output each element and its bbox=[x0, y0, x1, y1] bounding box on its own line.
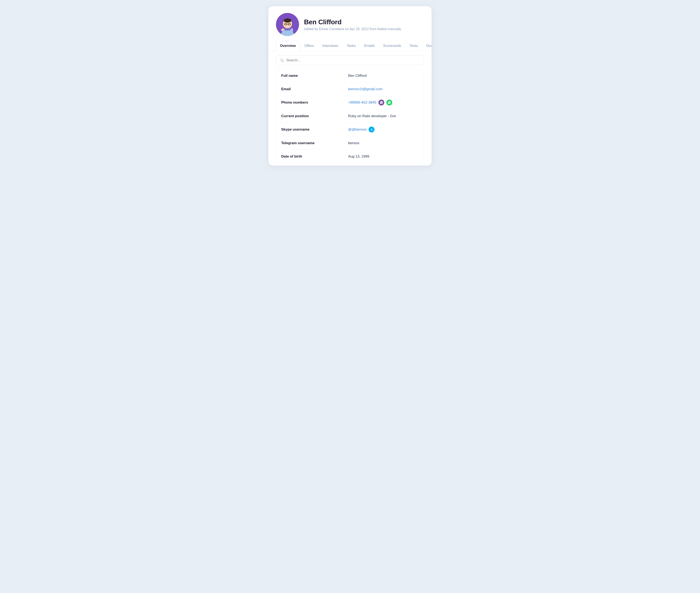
avatar bbox=[276, 13, 299, 36]
field-label-telegram: Telegram username bbox=[276, 137, 343, 149]
field-value-telegram: bensss bbox=[343, 137, 424, 149]
candidate-card: Ben Clifford Added by Eloise Constaine o… bbox=[268, 6, 432, 165]
tab-emails[interactable]: Emails bbox=[360, 41, 379, 50]
field-label-position: Current position bbox=[276, 110, 343, 122]
search-input[interactable] bbox=[286, 58, 420, 62]
svg-point-3 bbox=[284, 18, 291, 23]
field-value-fullname: Ben Clifford bbox=[343, 70, 424, 82]
data-table: Full name Ben Clifford Email bennov1t@gm… bbox=[276, 69, 424, 163]
tab-interviews[interactable]: Interviews bbox=[319, 41, 342, 50]
profile-header: Ben Clifford Added by Eloise Constaine o… bbox=[268, 6, 432, 41]
table-row: Current position Ruby on Rails developer… bbox=[276, 110, 424, 123]
search-box bbox=[276, 55, 424, 65]
tabs-bar: Overview Offers Interviews Tasks Emails … bbox=[268, 41, 432, 51]
skype-icon[interactable]: S bbox=[368, 127, 375, 132]
tab-documents[interactable]: Docume... bbox=[422, 41, 432, 50]
table-row: Phone numbers +99066-452-3845 bbox=[276, 96, 424, 110]
phone-number: +99066-452-3845 bbox=[348, 101, 376, 105]
field-label-skype: Skype username bbox=[276, 124, 343, 135]
profile-info: Ben Clifford Added by Eloise Constaine o… bbox=[304, 18, 401, 31]
tab-scorecards[interactable]: Scorecards bbox=[380, 41, 405, 50]
field-value-email[interactable]: bennov1t@gmail.com bbox=[343, 83, 424, 95]
field-value-skype: @@bensss S bbox=[343, 123, 424, 136]
svg-line-11 bbox=[283, 61, 284, 62]
field-value-position: Ruby on Rails developer - Got bbox=[343, 110, 424, 122]
table-row: Telegram username bensss bbox=[276, 136, 424, 150]
tab-offers[interactable]: Offers bbox=[301, 41, 318, 50]
field-label-phone: Phone numbers bbox=[276, 97, 343, 108]
profile-subtitle: Added by Eloise Constaine on Apr 28, 202… bbox=[304, 27, 401, 31]
field-label-fullname: Full name bbox=[276, 70, 343, 82]
table-row: Email bennov1t@gmail.com bbox=[276, 82, 424, 96]
field-value-dob: Aug 13, 1999 bbox=[343, 151, 424, 162]
field-label-dob: Date of birth bbox=[276, 151, 343, 162]
skype-username[interactable]: @@bensss bbox=[348, 127, 366, 132]
table-row: Full name Ben Clifford bbox=[276, 69, 424, 82]
field-label-email: Email bbox=[276, 83, 343, 95]
tab-tests[interactable]: Tests bbox=[406, 41, 422, 50]
field-value-phone: +99066-452-3845 bbox=[343, 96, 424, 109]
search-icon bbox=[280, 58, 284, 62]
search-area bbox=[268, 51, 432, 69]
table-row: Date of birth Aug 13, 1999 bbox=[276, 150, 424, 163]
tab-overview[interactable]: Overview bbox=[276, 41, 300, 51]
viber-icon[interactable] bbox=[379, 100, 384, 106]
table-row: Skype username @@bensss S bbox=[276, 123, 424, 136]
profile-name: Ben Clifford bbox=[304, 18, 401, 26]
whatsapp-icon[interactable] bbox=[386, 100, 392, 106]
tab-tasks[interactable]: Tasks bbox=[343, 41, 359, 50]
